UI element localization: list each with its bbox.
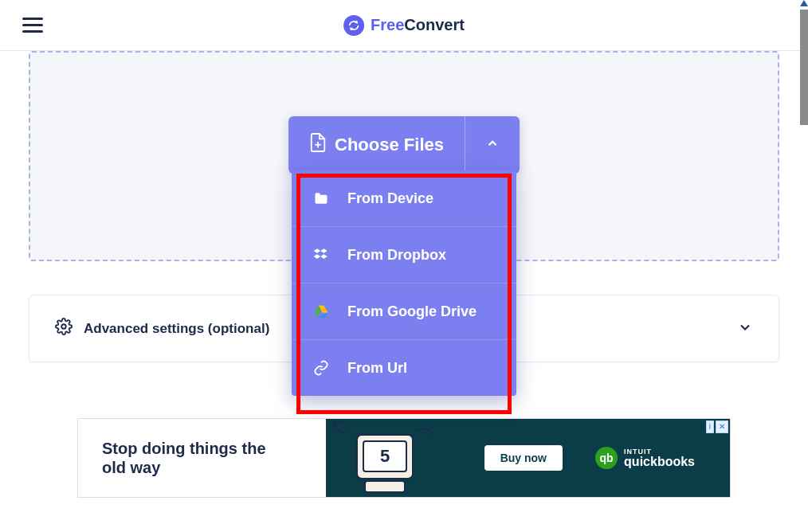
file-dropzone[interactable]: Choose Files From Device <box>29 51 779 261</box>
dropdown-item-label: From Google Drive <box>347 303 477 320</box>
advanced-settings-label: Advanced settings (optional) <box>84 321 269 337</box>
ad-controls: i ✕ <box>706 421 728 433</box>
ad-banner: Stop doing things the old way 5 Buy now … <box>77 418 731 498</box>
from-url-option[interactable]: From Url <box>292 340 516 396</box>
ad-close-icon[interactable]: ✕ <box>716 421 728 433</box>
logo-text: FreeConvert <box>371 16 465 34</box>
upload-source-dropdown: From Device From Dropbox From Google Dri… <box>292 170 516 396</box>
logo-refresh-icon <box>343 15 364 36</box>
from-dropbox-option[interactable]: From Dropbox <box>292 227 516 284</box>
folder-icon <box>312 190 330 207</box>
dropdown-item-label: From Dropbox <box>347 247 446 264</box>
google-drive-icon <box>312 303 330 320</box>
advanced-settings-left: Advanced settings (optional) <box>55 318 269 339</box>
svg-text:5: 5 <box>380 446 390 466</box>
menu-hamburger-icon[interactable] <box>22 18 43 33</box>
chevron-down-icon <box>737 319 753 338</box>
file-add-icon <box>309 132 327 158</box>
gear-icon <box>55 318 73 339</box>
choose-files-button[interactable]: Choose Files <box>288 116 465 174</box>
site-logo[interactable]: FreeConvert <box>343 15 465 36</box>
choose-files-label: Choose Files <box>335 135 444 155</box>
choose-files-group: Choose Files <box>288 116 520 174</box>
chevron-up-icon <box>485 136 500 154</box>
app-header: FreeConvert <box>0 0 808 51</box>
link-icon <box>312 359 330 377</box>
ad-illustration: 5 <box>317 411 461 507</box>
ad-brand-name: quickbooks <box>624 456 695 468</box>
choose-files-dropdown-toggle[interactable] <box>465 116 520 174</box>
svg-rect-9 <box>365 481 405 492</box>
ad-brand: qb INTUIT quickbooks <box>595 447 695 469</box>
ad-info-icon[interactable]: i <box>706 421 714 433</box>
dropbox-icon <box>312 246 330 264</box>
from-device-option[interactable]: From Device <box>292 170 516 227</box>
ad-cta-button[interactable]: Buy now <box>484 445 563 471</box>
dropdown-item-label: From Device <box>347 190 433 207</box>
quickbooks-logo-icon: qb <box>595 447 618 469</box>
svg-point-5 <box>61 324 66 329</box>
scroll-up-arrow[interactable] <box>800 0 808 6</box>
dropdown-item-label: From Url <box>347 360 407 377</box>
ad-headline: Stop doing things the old way <box>78 439 269 477</box>
from-google-drive-option[interactable]: From Google Drive <box>292 284 516 340</box>
scrollbar-thumb[interactable] <box>800 10 808 125</box>
main-content: Choose Files From Device <box>0 51 808 498</box>
